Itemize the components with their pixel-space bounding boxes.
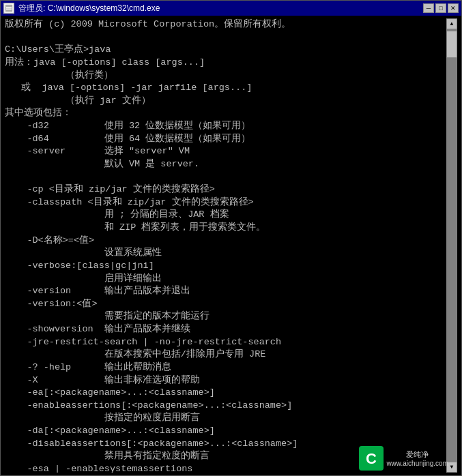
- terminal-content: 版权所有 (c) 2009 Microsoft Corporation。保留所有…: [5, 18, 446, 473]
- titlebar-left: 管理员: C:\windows\system32\cmd.exe: [3, 3, 160, 14]
- watermark: C 爱纯净 www.aichunjing.com: [359, 446, 448, 471]
- terminal-body: 版权所有 (c) 2009 Microsoft Corporation。保留所有…: [1, 16, 461, 475]
- terminal-line: 在版本搜索中包括/排除用户专用 JRE: [5, 348, 446, 361]
- terminal-line: -da[:<packagename>...:<classname>]: [5, 425, 446, 438]
- terminal-line: -classpath <目录和 zip/jar 文件的类搜索路径>: [5, 196, 446, 209]
- terminal-line: （执行 jar 文件）: [5, 95, 446, 108]
- terminal-line: -D<名称>=<值>: [5, 235, 446, 248]
- terminal-line: -d64 使用 64 位数据模型（如果可用）: [5, 133, 446, 146]
- terminal-line: -? -help 输出此帮助消息: [5, 361, 446, 374]
- watermark-name: 爱纯净: [386, 449, 448, 460]
- scrollbar-track[interactable]: [446, 29, 457, 462]
- terminal-line: -server 选择 "server" VM: [5, 145, 446, 158]
- cmd-window: 管理员: C:\windows\system32\cmd.exe ─ □ ✕ 版…: [0, 0, 462, 476]
- terminal-line: 和 ZIP 档案列表，用于搜索类文件。: [5, 222, 446, 235]
- terminal-line: -showversion 输出产品版本并继续: [5, 323, 446, 336]
- svg-rect-0: [5, 4, 13, 12]
- terminal-line: 用 ; 分隔的目录、JAR 档案: [5, 209, 446, 222]
- terminal-line: 需要指定的版本才能运行: [5, 310, 446, 323]
- titlebar: 管理员: C:\windows\system32\cmd.exe ─ □ ✕: [1, 1, 461, 16]
- terminal-line: [5, 171, 446, 184]
- terminal-line: 设置系统属性: [5, 247, 446, 260]
- terminal-line: 启用详细输出: [5, 273, 446, 286]
- terminal-line: 或 java [-options] -jar jarfile [args...]: [5, 82, 446, 95]
- scrollbar-thumb[interactable]: [446, 31, 457, 58]
- watermark-logo-icon: C: [359, 446, 384, 471]
- maximize-button[interactable]: □: [435, 3, 446, 13]
- terminal-line: 默认 VM 是 server.: [5, 158, 446, 171]
- terminal-line: -version:<值>: [5, 298, 446, 311]
- svg-rect-1: [6, 7, 12, 8]
- terminal-line: -verbose:[class|gc|jni]: [5, 260, 446, 273]
- minimize-button[interactable]: ─: [423, 3, 434, 13]
- close-button[interactable]: ✕: [448, 3, 459, 13]
- terminal-line: 版权所有 (c) 2009 Microsoft Corporation。保留所有…: [5, 18, 446, 31]
- watermark-site: www.aichunjing.com: [386, 460, 448, 467]
- terminal-line: -enableassertions[:<packagename>...:<cla…: [5, 400, 446, 413]
- terminal-line: -version 输出产品版本并退出: [5, 285, 446, 298]
- scrollbar[interactable]: ▲ ▼: [446, 18, 457, 473]
- terminal-line: -d32 使用 32 位数据模型（如果可用）: [5, 120, 446, 133]
- terminal-line: （执行类）: [5, 70, 446, 83]
- terminal-line: [5, 31, 446, 44]
- terminal-line: -X 输出非标准选项的帮助: [5, 374, 446, 387]
- terminal-line: 用法：java [-options] class [args...]: [5, 57, 446, 70]
- terminal-line: -ea[:<packagename>...:<classname>]: [5, 387, 446, 400]
- window-icon: [3, 3, 14, 14]
- svg-rect-2: [6, 9, 12, 10]
- terminal-line: -jre-restrict-search | -no-jre-restrict-…: [5, 336, 446, 349]
- terminal-line: 其中选项包括：: [5, 107, 446, 120]
- titlebar-title: 管理员: C:\windows\system32\cmd.exe: [18, 3, 160, 14]
- watermark-text: 爱纯净 www.aichunjing.com: [386, 449, 448, 467]
- terminal-line: C:\Users\王亭点>java: [5, 44, 446, 57]
- svg-text:C: C: [366, 450, 377, 467]
- titlebar-buttons: ─ □ ✕: [423, 3, 459, 13]
- terminal-line: 按指定的粒度启用断言: [5, 412, 446, 425]
- terminal-line: -cp <目录和 zip/jar 文件的类搜索路径>: [5, 183, 446, 196]
- scroll-up-arrow[interactable]: ▲: [446, 18, 457, 29]
